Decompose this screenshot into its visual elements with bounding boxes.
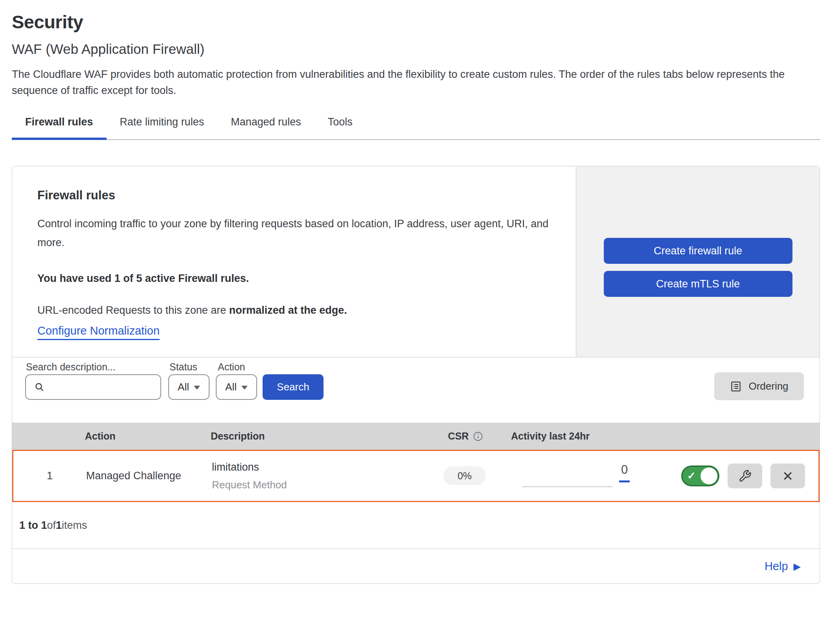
create-firewall-rule-button[interactable]: Create firewall rule — [604, 238, 792, 264]
pagination-summary: 1 to 1 of 1 items — [12, 502, 820, 549]
page-subtitle: WAF (Web Application Firewall) — [12, 41, 820, 57]
ordering-button[interactable]: Ordering — [714, 372, 804, 400]
search-input[interactable] — [51, 381, 184, 394]
rule-csr-cell: 0% — [443, 470, 486, 482]
activity-sparkline — [522, 486, 612, 487]
rule-controls: ✓ ✕ — [679, 464, 818, 488]
rule-activity-cell: 0 — [510, 451, 679, 501]
search-button[interactable]: Search — [263, 374, 324, 400]
search-icon — [34, 381, 46, 393]
wrench-icon — [738, 469, 752, 483]
items-of: of — [47, 519, 56, 532]
card-footer: Help ▶ — [12, 549, 820, 583]
header-activity: Activity last 24hr — [511, 431, 680, 442]
tab-firewall-rules[interactable]: Firewall rules — [12, 116, 107, 140]
status-dropdown-value: All — [178, 381, 189, 393]
header-csr-label: CSR — [448, 431, 469, 442]
table-row: 1 Managed Challenge limitations Request … — [12, 450, 820, 502]
help-link-label: Help — [765, 560, 788, 573]
items-total: 1 — [56, 519, 62, 532]
rule-expression-summary: Request Method — [212, 479, 419, 491]
header-description: Description — [211, 431, 421, 442]
activity-count-link[interactable]: 0 — [619, 463, 630, 482]
action-dropdown[interactable]: All — [216, 374, 257, 400]
usage-summary: You have used 1 of 5 active Firewall rul… — [37, 272, 552, 285]
help-link[interactable]: Help ▶ — [765, 560, 801, 573]
search-description-label: Search description... — [26, 361, 116, 373]
card-description: Control incoming traffic to your zone by… — [37, 214, 552, 252]
firewall-rules-overview: Firewall rules Control incoming traffic … — [12, 166, 576, 357]
tab-managed-rules[interactable]: Managed rules — [217, 116, 314, 140]
firewall-rules-card: Firewall rules Control incoming traffic … — [12, 166, 820, 584]
card-top-section: Firewall rules Control incoming traffic … — [12, 166, 820, 357]
filter-bar: Search description... Status Action All … — [12, 357, 820, 423]
header-action: Action — [85, 431, 211, 442]
rule-enabled-toggle[interactable]: ✓ — [681, 466, 719, 486]
page-title: Security — [12, 11, 820, 33]
items-range: 1 to 1 — [19, 519, 47, 532]
header-csr: CSR — [448, 431, 484, 442]
action-label: Action — [218, 361, 245, 373]
create-mtls-rule-button[interactable]: Create mTLS rule — [604, 271, 792, 297]
delete-rule-button[interactable]: ✕ — [770, 464, 805, 488]
chevron-down-icon — [194, 386, 200, 390]
rule-action: Managed Challenge — [86, 470, 212, 482]
info-icon[interactable] — [472, 431, 484, 442]
normalization-prefix: URL-encoded Requests to this zone are — [37, 304, 229, 316]
table-header: Action Description CSR Activity last 24h… — [12, 423, 820, 450]
normalization-note: URL-encoded Requests to this zone are no… — [37, 304, 552, 316]
check-icon: ✓ — [687, 470, 696, 482]
configure-normalization-link[interactable]: Configure Normalization — [37, 324, 160, 337]
edit-rule-button[interactable] — [728, 464, 762, 488]
ordered-list-icon — [730, 380, 742, 393]
main-content: Security WAF (Web Application Firewall) … — [0, 11, 831, 584]
close-icon: ✕ — [782, 468, 794, 484]
rule-description-cell: limitations Request Method — [212, 461, 419, 491]
csr-badge: 0% — [443, 466, 486, 485]
card-actions-panel: Create firewall rule Create mTLS rule — [576, 166, 820, 357]
card-title: Firewall rules — [37, 188, 552, 202]
chevron-down-icon — [241, 386, 248, 390]
ordering-button-label: Ordering — [748, 380, 788, 392]
items-word: items — [62, 519, 87, 532]
action-dropdown-value: All — [225, 381, 237, 393]
status-label: Status — [169, 361, 197, 373]
status-dropdown[interactable]: All — [168, 374, 210, 400]
rule-description[interactable]: limitations — [212, 461, 419, 473]
page-description: The Cloudflare WAF provides both automat… — [12, 66, 816, 99]
tab-rate-limiting-rules[interactable]: Rate limiting rules — [107, 116, 218, 140]
toggle-knob — [700, 467, 717, 484]
arrow-right-icon: ▶ — [794, 561, 801, 572]
rule-priority: 1 — [47, 470, 53, 482]
tab-tools[interactable]: Tools — [314, 116, 366, 140]
search-input-wrapper — [25, 374, 161, 400]
tab-bar: Firewall rules Rate limiting rules Manag… — [12, 116, 820, 140]
normalization-bold: normalized at the edge. — [229, 304, 347, 316]
